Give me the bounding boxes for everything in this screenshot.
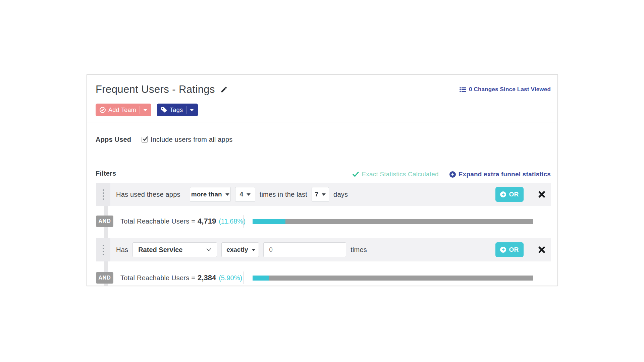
filter-prefix-label: Has	[116, 246, 128, 254]
title-row: Frequent Users - Ratings	[96, 83, 228, 96]
edit-pencil-icon[interactable]	[220, 86, 228, 93]
window-dropdown[interactable]: 7	[312, 187, 329, 202]
or-label: OR	[509, 246, 519, 253]
caret-down-icon	[322, 193, 326, 196]
page-title: Frequent Users - Ratings	[96, 83, 215, 96]
filters-header-right: Exact Statistics Calculated + Expand ext…	[353, 171, 551, 178]
reachable-users-progressbar	[253, 276, 533, 281]
changes-list-icon	[460, 87, 466, 93]
expand-funnel-statistics-link[interactable]: + Expand extra funnel statistics	[449, 171, 551, 178]
filter-middle-label: times in the last	[260, 191, 307, 198]
reachable-users-text: Total Reachable Users = 4,719 (11.68%)	[120, 217, 243, 226]
caret-down-icon	[252, 249, 256, 251]
changes-link-label: 0 Changes Since Last Viewed	[469, 86, 551, 93]
comparator-dropdown[interactable]: more than	[190, 187, 231, 202]
progressbar-fill	[253, 219, 285, 224]
add-team-button[interactable]: Add Team	[96, 104, 151, 116]
include-all-apps-label: Include users from all apps	[151, 136, 232, 143]
plus-circle-icon: +	[500, 247, 506, 253]
chevron-down-icon	[206, 248, 211, 251]
remove-filter-icon[interactable]	[538, 191, 545, 198]
reachable-users-percent: (5.90%)	[219, 274, 242, 282]
filter-row-rated-service: Has Rated Service exactly times + OR	[96, 238, 551, 261]
button-divider	[140, 106, 140, 114]
caret-down-icon[interactable]	[190, 109, 194, 111]
stat-divider	[243, 272, 244, 284]
filter-suffix-label: times	[351, 246, 367, 254]
add-team-label: Add Team	[108, 107, 136, 114]
expand-link-label: Expand extra funnel statistics	[459, 171, 551, 178]
caret-down-icon[interactable]	[143, 109, 147, 111]
and-operator-badge: AND	[96, 272, 113, 284]
reachable-users-text: Total Reachable Users = 2,384 (5.90%)	[120, 274, 243, 282]
plus-circle-icon: +	[449, 171, 456, 178]
tags-label: Tags	[170, 107, 183, 114]
header-buttons: Add Team Tags	[96, 104, 198, 116]
exact-statistics-label: Exact Statistics Calculated	[362, 171, 438, 178]
tag-icon	[161, 107, 167, 113]
filter-row-apps-used: Has used these apps more than 4 times in…	[96, 183, 551, 206]
reachable-users-row: AND Total Reachable Users = 4,719 (11.68…	[96, 215, 551, 227]
include-all-apps-checkbox[interactable]	[142, 137, 148, 143]
or-label: OR	[509, 191, 519, 198]
reachable-users-label: Total Reachable Users =	[120, 218, 195, 225]
plus-circle-icon: +	[500, 191, 506, 197]
comparator-value: exactly	[226, 246, 248, 253]
window-value: 7	[315, 191, 319, 198]
exact-statistics-status: Exact Statistics Calculated	[353, 171, 438, 178]
segment-editor-card: Frequent Users - Ratings 0 Changes Since…	[87, 74, 558, 286]
add-or-condition-button[interactable]: + OR	[495, 187, 524, 202]
apps-used-label: Apps Used	[96, 136, 142, 143]
button-divider	[186, 106, 186, 114]
drag-handle[interactable]	[96, 183, 110, 206]
event-dropdown[interactable]: Rated Service	[132, 242, 217, 257]
caret-down-icon	[225, 193, 229, 196]
event-value: Rated Service	[138, 246, 182, 254]
filter-suffix-label: days	[333, 191, 348, 198]
reachable-users-progressbar	[253, 219, 533, 224]
changes-since-last-viewed-link[interactable]: 0 Changes Since Last Viewed	[460, 86, 551, 93]
checkmark-icon	[142, 136, 148, 142]
remove-filter-icon[interactable]	[538, 246, 545, 253]
comparator-dropdown[interactable]: exactly	[221, 242, 259, 257]
header-divider	[87, 122, 557, 122]
and-operator-badge: AND	[96, 216, 113, 227]
count-value: 4	[239, 191, 243, 198]
tags-button[interactable]: Tags	[157, 104, 198, 116]
filters-heading: Filters	[96, 170, 116, 177]
reachable-users-row: AND Total Reachable Users = 2,384 (5.90%…	[96, 272, 551, 284]
times-count-input[interactable]	[263, 242, 346, 257]
count-dropdown[interactable]: 4	[235, 187, 255, 202]
comparator-value: more than	[191, 191, 222, 198]
check-icon	[353, 172, 359, 177]
reachable-users-value: 4,719	[198, 217, 216, 226]
drag-handle[interactable]	[96, 238, 110, 261]
stat-divider	[243, 215, 244, 228]
progressbar-fill	[253, 276, 269, 281]
filter-prefix-label: Has used these apps	[116, 191, 180, 198]
add-or-condition-button[interactable]: + OR	[495, 242, 524, 257]
reachable-users-label: Total Reachable Users =	[120, 274, 195, 282]
team-circle-icon	[100, 107, 106, 113]
apps-used-row: Apps Used Include users from all apps	[96, 136, 232, 143]
reachable-users-percent: (11.68%)	[219, 218, 246, 225]
reachable-users-value: 2,384	[198, 274, 216, 282]
caret-down-icon	[247, 193, 251, 196]
